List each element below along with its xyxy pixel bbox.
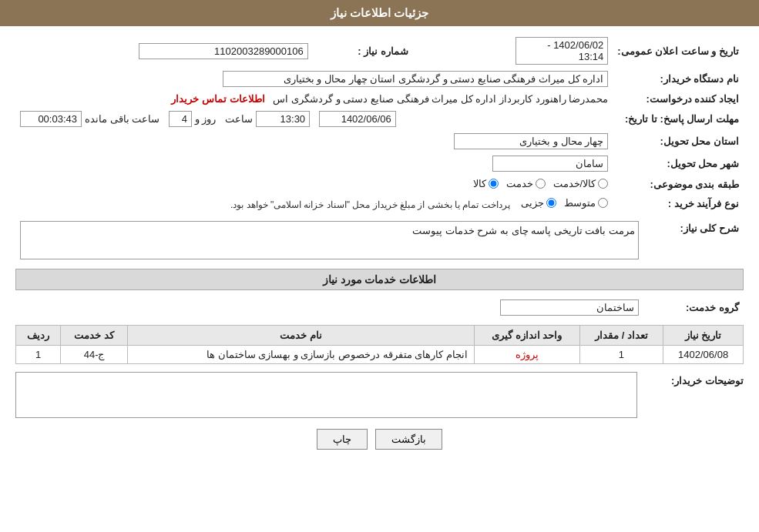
general-desc-table: شرح کلی نیاز: مرمت بافت تاریخی پاسه چای … bbox=[15, 218, 744, 263]
print-button[interactable]: چاپ bbox=[317, 429, 368, 450]
creator-label: ایجاد کننده درخواست: bbox=[613, 90, 744, 108]
page-wrapper: جزئیات اطلاعات نیاز تاریخ و ساعت اعلان ع… bbox=[0, 0, 759, 532]
send-remaining-label: ساعت باقی مانده bbox=[85, 113, 160, 125]
province-label: استان محل تحویل: bbox=[613, 130, 744, 152]
cell-unit: پروژه bbox=[474, 346, 579, 364]
cell-qty: 1 bbox=[579, 346, 663, 364]
general-desc-value: مرمت بافت تاریخی پاسه چای به شرح خدمات پ… bbox=[20, 221, 639, 259]
buyer-desc-textarea[interactable] bbox=[15, 372, 637, 418]
cell-date: 1402/06/08 bbox=[663, 346, 744, 364]
col-unit: واحد اندازه گیری bbox=[474, 326, 579, 346]
creator-value: محمدرضا راهنورد کاربرداز اداره کل میراث … bbox=[273, 93, 608, 105]
cell-code: ج-44 bbox=[61, 346, 128, 364]
service-group-row: گروه خدمت: ساختمان bbox=[15, 296, 744, 319]
row-purchase-type: نوع فرآیند خرید : متوسط جزیی پرداخت bbox=[15, 194, 744, 213]
row-city: شهر محل تحویل: سامان bbox=[15, 152, 744, 175]
purchase-motavasset-item: متوسط bbox=[564, 197, 608, 209]
purchase-motavasset-label: متوسط bbox=[564, 197, 596, 209]
purchase-radio-group: متوسط جزیی bbox=[521, 197, 608, 209]
buyer-desc-area: توضیحات خریدار: bbox=[15, 372, 744, 418]
general-desc-label: شرح کلی نیاز: bbox=[643, 218, 744, 263]
services-table-head: تاریخ نیاز تعداد / مقدار واحد اندازه گیر… bbox=[16, 326, 744, 346]
services-table: تاریخ نیاز تعداد / مقدار واحد اندازه گیر… bbox=[15, 325, 744, 364]
send-date-value: 1402/06/06 bbox=[319, 111, 396, 127]
category-radio-group: کالا/خدمت خدمت کالا bbox=[473, 178, 609, 189]
category-kala-item: کالا bbox=[473, 178, 499, 189]
service-group-value: ساختمان bbox=[500, 299, 639, 316]
row-province: استان محل تحویل: چهار محال و بختیاری bbox=[15, 130, 744, 152]
cell-name: انجام کارهای متفرقه درخصوص بازسازی و بهس… bbox=[127, 346, 474, 364]
purchase-jozei-radio[interactable] bbox=[546, 198, 556, 208]
col-rownum: ردیف bbox=[16, 326, 61, 346]
buyer-org-label: نام دستگاه خریدار: bbox=[613, 68, 744, 90]
send-deadline-row: 00:03:43 ساعت باقی مانده 4 روز و ساعت 13… bbox=[20, 111, 608, 127]
page-title: جزئیات اطلاعات نیاز bbox=[331, 6, 428, 19]
send-days-value: 4 bbox=[169, 111, 192, 127]
buyer-desc-label: توضیحات خریدار: bbox=[643, 372, 744, 386]
contact-link[interactable]: اطلاعات تماس خریدار bbox=[171, 93, 264, 105]
services-section-title: اطلاعات خدمات مورد نیاز bbox=[15, 269, 744, 290]
button-row: بازگشت چاپ bbox=[15, 429, 744, 450]
send-deadline-label: مهلت ارسال پاسخ: تا تاریخ: bbox=[613, 108, 744, 130]
col-qty: تعداد / مقدار bbox=[579, 326, 663, 346]
send-time-label: ساعت bbox=[225, 113, 253, 125]
announce-date-value: 1402/06/02 - 13:14 bbox=[516, 37, 608, 65]
city-value: سامان bbox=[492, 156, 608, 172]
province-value: چهار محال و بختیاری bbox=[454, 133, 608, 149]
buyer-org-value: اداره کل میراث فرهنگی صنایع دستی و گردشگ… bbox=[223, 71, 608, 87]
service-group-table: گروه خدمت: ساختمان bbox=[15, 296, 744, 319]
category-kala-khedmat-label: کالا/خدمت bbox=[553, 178, 596, 189]
col-date: تاریخ نیاز bbox=[663, 326, 744, 346]
category-label: طبقه بندی موضوعی: bbox=[613, 175, 744, 194]
purchase-notice: پرداخت تمام یا بخشی از مبلغ خریداز محل "… bbox=[230, 199, 510, 210]
table-row: 1402/06/08 1 پروژه انجام کارهای متفرقه د… bbox=[16, 346, 744, 364]
col-name: نام خدمت bbox=[127, 326, 474, 346]
category-khedmat-item: خدمت bbox=[506, 178, 546, 189]
purchase-type-label: نوع فرآیند خرید : bbox=[613, 194, 744, 213]
need-number-label: شماره نیاز : bbox=[313, 34, 413, 68]
services-table-body: 1402/06/08 1 پروژه انجام کارهای متفرقه د… bbox=[16, 346, 744, 364]
purchase-motavasset-radio[interactable] bbox=[598, 198, 608, 208]
announce-date-label: تاریخ و ساعت اعلان عمومی: bbox=[613, 34, 744, 68]
back-button[interactable]: بازگشت bbox=[375, 429, 442, 450]
send-days-label: روز و bbox=[195, 113, 217, 125]
row-buyer-org: نام دستگاه خریدار: اداره کل میراث فرهنگی… bbox=[15, 68, 744, 90]
row-category: طبقه بندی موضوعی: کالا/خدمت خدمت کالا bbox=[15, 175, 744, 194]
category-kala-radio[interactable] bbox=[489, 179, 499, 189]
service-group-label: گروه خدمت: bbox=[643, 296, 744, 319]
page-header: جزئیات اطلاعات نیاز bbox=[0, 0, 759, 26]
need-number-value: 1102003289000106 bbox=[139, 43, 308, 59]
row-creator: ایجاد کننده درخواست: محمدرضا راهنورد کار… bbox=[15, 90, 744, 108]
city-label: شهر محل تحویل: bbox=[613, 152, 744, 175]
category-khedmat-radio[interactable] bbox=[536, 179, 546, 189]
row-send-deadline: مهلت ارسال پاسخ: تا تاریخ: 00:03:43 ساعت… bbox=[15, 108, 744, 130]
category-kala-label: کالا bbox=[473, 178, 486, 189]
purchase-jozei-label: جزیی bbox=[521, 197, 544, 209]
send-remaining-value: 00:03:43 bbox=[20, 111, 82, 127]
send-time-value: 13:30 bbox=[256, 111, 310, 127]
cell-rownum: 1 bbox=[16, 346, 61, 364]
col-code: کد خدمت bbox=[61, 326, 128, 346]
info-table: تاریخ و ساعت اعلان عمومی: 1402/06/02 - 1… bbox=[15, 34, 744, 213]
content-area: تاریخ و ساعت اعلان عمومی: 1402/06/02 - 1… bbox=[0, 26, 759, 468]
category-khedmat-label: خدمت bbox=[506, 178, 533, 189]
category-kala-khedmat-item: کالا/خدمت bbox=[553, 178, 609, 189]
category-kala-khedmat-radio[interactable] bbox=[598, 179, 608, 189]
purchase-jozei-item: جزیی bbox=[521, 197, 556, 209]
services-table-header-row: تاریخ نیاز تعداد / مقدار واحد اندازه گیر… bbox=[16, 326, 744, 346]
row-need-number: تاریخ و ساعت اعلان عمومی: 1402/06/02 - 1… bbox=[15, 34, 744, 68]
general-desc-row: شرح کلی نیاز: مرمت بافت تاریخی پاسه چای … bbox=[15, 218, 744, 263]
